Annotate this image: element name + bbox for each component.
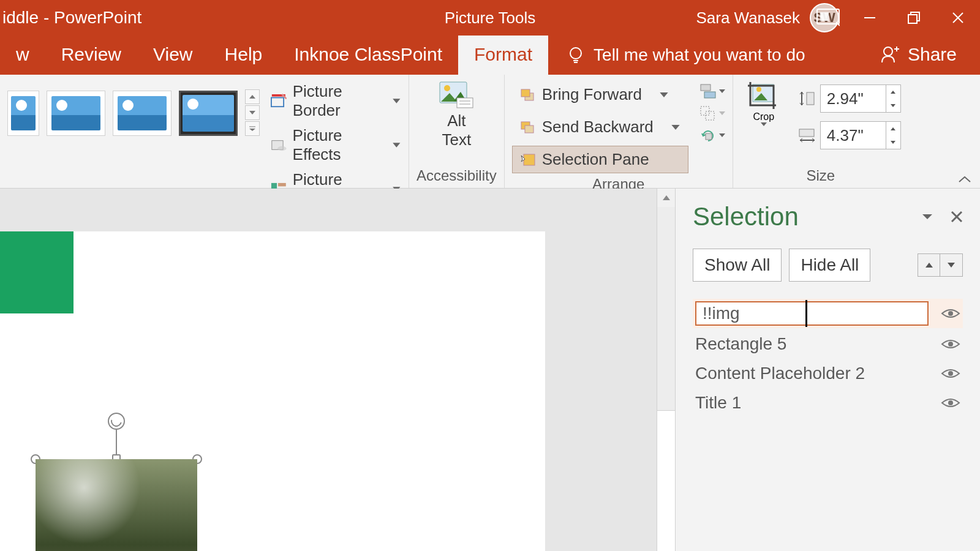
- lightbulb-icon: [567, 46, 585, 64]
- restore-button[interactable]: [892, 0, 936, 36]
- share-button[interactable]: Share: [856, 44, 980, 75]
- scroll-track[interactable]: [657, 207, 675, 551]
- close-button[interactable]: [936, 0, 980, 36]
- selection-item[interactable]: Content Placeholder 2: [693, 360, 963, 387]
- svg-rect-30: [701, 84, 710, 91]
- bring-forward-button[interactable]: Bring Forward: [512, 81, 688, 108]
- tab-partial[interactable]: w: [0, 36, 45, 75]
- reorder-controls: [918, 253, 963, 277]
- ribbon: Picture Border Picture Effects Picture L…: [0, 75, 980, 189]
- svg-point-45: [948, 371, 953, 376]
- group-button[interactable]: [699, 105, 725, 121]
- move-up-button[interactable]: [918, 254, 940, 276]
- tab-help[interactable]: Help: [209, 36, 279, 75]
- group-arrange: Bring Forward Send Backward Selection Pa…: [505, 75, 733, 188]
- align-icon: [699, 83, 717, 99]
- show-all-button[interactable]: Show All: [693, 249, 782, 282]
- chevron-down-icon: [719, 89, 725, 93]
- tab-format[interactable]: Format: [458, 36, 548, 75]
- present-mode-button[interactable]: [809, 0, 848, 36]
- chevron-down-icon: [719, 133, 725, 137]
- title-bar: iddle - PowerPoint Picture Tools Sara Wa…: [0, 0, 980, 36]
- svg-point-21: [444, 85, 450, 91]
- slide-thumbnail[interactable]: [657, 410, 675, 551]
- height-input[interactable]: 2.94": [820, 84, 901, 113]
- selection-pane-button[interactable]: Selection Pane: [512, 146, 688, 173]
- tell-me-search[interactable]: Tell me what you want to do: [554, 45, 818, 75]
- selection-item-editing[interactable]: [693, 299, 963, 328]
- height-down[interactable]: [886, 99, 900, 112]
- alt-text-icon: [439, 81, 474, 109]
- tab-view[interactable]: View: [137, 36, 208, 75]
- width-input[interactable]: 4.37": [820, 121, 901, 149]
- workspace: Selection Show All Hide All: [0, 189, 980, 551]
- vertical-scrollbar[interactable]: [657, 189, 675, 551]
- image-content: [36, 459, 197, 551]
- close-pane-button[interactable]: [951, 211, 963, 223]
- bring-forward-label: Bring Forward: [542, 85, 642, 104]
- hide-all-button[interactable]: Hide All: [789, 249, 870, 282]
- selection-item-label: Rectangle 5: [695, 334, 786, 354]
- selection-item-rename-input[interactable]: [695, 301, 929, 326]
- rectangle-shape[interactable]: [0, 231, 74, 313]
- style-preset-2[interactable]: [47, 91, 105, 136]
- picture-border-button[interactable]: Picture Border: [271, 82, 401, 120]
- svg-rect-31: [704, 92, 715, 98]
- scroll-up-button[interactable]: [657, 189, 675, 207]
- chevron-down-icon: [761, 122, 767, 126]
- selection-list: Rectangle 5 Content Placeholder 2 Title …: [693, 299, 963, 416]
- align-button[interactable]: [699, 83, 725, 99]
- visibility-toggle-icon[interactable]: [941, 366, 960, 381]
- selection-item[interactable]: Rectangle 5: [693, 331, 963, 358]
- minimize-button[interactable]: [848, 0, 892, 36]
- pane-options-button[interactable]: [922, 214, 932, 220]
- crop-label: Crop: [753, 111, 774, 122]
- width-down[interactable]: [886, 135, 900, 149]
- picture-styles-gallery[interactable]: [7, 78, 260, 136]
- tab-inknoe-classpoint[interactable]: Inknoe ClassPoint: [278, 36, 458, 75]
- style-preset-1[interactable]: [7, 91, 39, 136]
- tab-review[interactable]: Review: [45, 36, 137, 75]
- picture-effects-icon: [271, 138, 287, 152]
- style-preset-4-selected[interactable]: [179, 91, 238, 136]
- move-down-button[interactable]: [940, 254, 962, 276]
- gallery-down-button[interactable]: [245, 105, 260, 120]
- alt-text-button[interactable]: Alt Text: [430, 78, 483, 152]
- crop-button[interactable]: Crop: [741, 78, 787, 129]
- group-accessibility: Alt Text Accessibility: [409, 75, 505, 188]
- rotate-button[interactable]: [699, 127, 725, 143]
- send-backward-button[interactable]: Send Backward: [512, 113, 688, 141]
- collapse-ribbon-button[interactable]: [958, 176, 971, 183]
- svg-rect-39: [799, 129, 814, 137]
- svg-rect-29: [524, 154, 535, 165]
- share-icon: [880, 44, 900, 65]
- send-backward-icon: [520, 121, 536, 134]
- svg-point-16: [277, 146, 287, 151]
- user-name: Sara Wanasek: [696, 9, 800, 28]
- slide-canvas[interactable]: [0, 189, 657, 551]
- ribbon-tabs: w Review View Help Inknoe ClassPoint For…: [0, 36, 980, 75]
- svg-rect-4: [908, 15, 917, 23]
- height-up[interactable]: [886, 85, 900, 99]
- visibility-toggle-icon[interactable]: [941, 395, 960, 410]
- rotate-handle[interactable]: [108, 413, 125, 430]
- group-picture-styles: Picture Border Picture Effects Picture L…: [0, 75, 409, 188]
- width-up[interactable]: [886, 122, 900, 135]
- visibility-toggle-icon[interactable]: [941, 306, 960, 321]
- picture-effects-button[interactable]: Picture Effects: [271, 126, 401, 164]
- gallery-more-button[interactable]: [245, 121, 260, 136]
- visibility-toggle-icon[interactable]: [941, 337, 960, 351]
- width-value: 4.37": [827, 126, 864, 145]
- picture-effects-label: Picture Effects: [293, 126, 386, 164]
- tell-me-label: Tell me what you want to do: [594, 45, 805, 65]
- style-preset-3[interactable]: [113, 91, 172, 136]
- svg-point-46: [948, 400, 953, 405]
- svg-point-7: [570, 48, 581, 59]
- dropdown-arrow-icon: [392, 96, 401, 106]
- gallery-up-button[interactable]: [245, 89, 260, 104]
- slide: [0, 231, 545, 551]
- height-value: 2.94": [827, 89, 864, 108]
- selected-image[interactable]: [24, 442, 208, 551]
- group-label-size: Size: [741, 165, 901, 186]
- selection-item[interactable]: Title 1: [693, 389, 963, 416]
